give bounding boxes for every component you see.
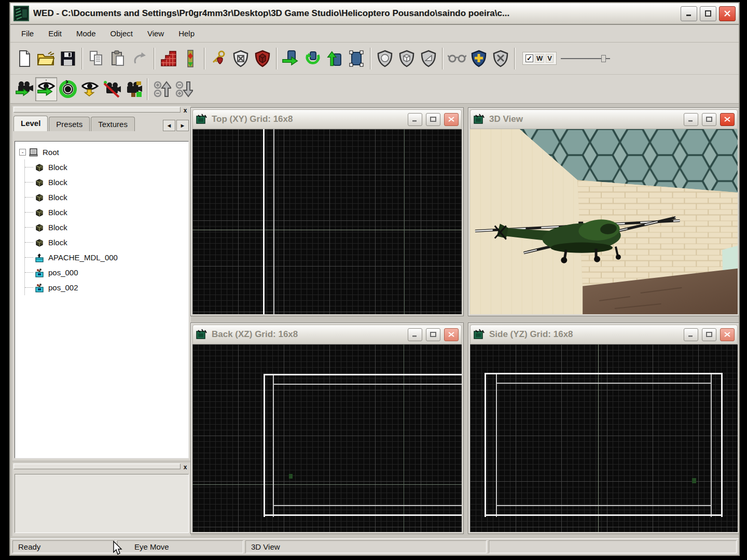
copy-button[interactable]	[86, 47, 107, 71]
tab-textures[interactable]: Textures	[91, 117, 135, 131]
camera-color-button[interactable]	[122, 77, 144, 101]
save-button[interactable]	[57, 47, 79, 71]
shield-sphere-button[interactable]	[374, 47, 396, 71]
viewport-maximize-button[interactable]	[702, 328, 716, 341]
tree-item-position[interactable]: pos_000	[25, 265, 188, 280]
tab-scroll-left-icon[interactable]: ◄	[163, 120, 175, 131]
tree-item-block[interactable]: Block	[25, 190, 188, 205]
shield-cube-button[interactable]	[396, 47, 418, 71]
tree-item-block[interactable]: Block	[25, 205, 188, 220]
eye-drop-button[interactable]	[79, 77, 101, 101]
viewport-titlebar[interactable]: Back (XZ) Grid: 16x8	[192, 325, 462, 344]
menu-file[interactable]: File	[15, 26, 40, 40]
viewport-close-button[interactable]	[720, 328, 735, 341]
close-button[interactable]	[719, 6, 736, 21]
tree-item-label: Block	[48, 193, 67, 202]
statusbar: Ready Eye Move 3D View	[10, 538, 739, 555]
geometry-wall-line	[273, 129, 274, 314]
render-3d-canvas[interactable]	[470, 129, 738, 314]
geometry-wall-line	[496, 383, 712, 384]
viewport-icon	[473, 328, 486, 341]
viewport-maximize-button[interactable]	[426, 328, 440, 341]
status-ready: Ready	[12, 540, 115, 553]
camera-move-button[interactable]	[13, 77, 35, 101]
viewport-titlebar[interactable]: Top (XY) Grid: 16x8	[192, 109, 462, 129]
menu-mode[interactable]: Mode	[70, 26, 103, 40]
menu-edit[interactable]: Edit	[42, 26, 68, 40]
tree-item-label: Block	[48, 208, 67, 217]
scale-object-button[interactable]	[324, 47, 345, 71]
shield-wedge-button[interactable]	[418, 47, 439, 71]
shield-delete-button[interactable]	[490, 47, 511, 71]
tree-item-block[interactable]: Block	[25, 175, 188, 190]
move-object-button[interactable]	[280, 47, 302, 71]
viewport-maximize-button[interactable]	[426, 113, 440, 126]
tree-item-root[interactable]: - Root	[19, 145, 188, 160]
geometry-wall-line	[264, 374, 462, 375]
side-yz-canvas[interactable]	[470, 344, 738, 532]
tab-level[interactable]: Level	[13, 116, 48, 131]
tree-item-position[interactable]: pos_002	[25, 280, 188, 295]
block-icon	[35, 223, 44, 232]
menu-help[interactable]: Help	[172, 26, 201, 40]
tree-expander-icon[interactable]: -	[19, 149, 26, 156]
tree-item-block[interactable]: Block	[25, 220, 188, 235]
viewport-minimize-button[interactable]	[684, 328, 698, 341]
tree-item-label: Block	[48, 223, 67, 232]
toolbar-separator	[147, 78, 148, 100]
menu-view[interactable]: View	[141, 26, 171, 40]
zoom-slider[interactable]	[561, 53, 610, 64]
new-file-button[interactable]	[13, 47, 35, 71]
maximize-button[interactable]	[700, 6, 716, 21]
undo-button[interactable]	[129, 47, 151, 71]
viewport-minimize-button[interactable]	[408, 113, 422, 126]
scope-down-button[interactable]	[173, 77, 195, 101]
panel-close-icon[interactable]: x	[182, 464, 189, 471]
tab-presets[interactable]: Presets	[49, 117, 90, 131]
add-object-button[interactable]	[208, 47, 230, 71]
build-level-button[interactable]	[158, 47, 179, 71]
open-folder-button[interactable]	[35, 47, 57, 71]
panel-close-icon[interactable]: x	[182, 107, 189, 114]
tree-item-block[interactable]: Block	[25, 235, 188, 250]
top-xy-canvas[interactable]	[192, 129, 462, 314]
back-xz-canvas[interactable]	[192, 344, 462, 532]
panel-grab-handle[interactable]	[13, 107, 181, 113]
status-view: 3D View	[245, 540, 487, 553]
viewport-close-button[interactable]	[444, 113, 459, 126]
viewport-close-button[interactable]	[720, 113, 735, 126]
panel-grab-handle[interactable]	[13, 464, 181, 469]
viewport-titlebar[interactable]: Side (YZ) Grid: 16x8	[470, 325, 738, 344]
tree-item-label: Block	[48, 178, 67, 187]
axis-line	[192, 230, 462, 230]
eye-rotate-button[interactable]	[57, 77, 79, 101]
zoom-slider-handle[interactable]	[601, 55, 606, 62]
shield-solid-button[interactable]	[252, 47, 273, 71]
rotate-object-button[interactable]	[302, 47, 324, 71]
shield-frame-button[interactable]	[230, 47, 252, 71]
toolbar-separator	[514, 48, 516, 69]
eye-move-button[interactable]	[35, 77, 57, 101]
vertex-edit-button[interactable]	[345, 47, 367, 71]
shield-add-button[interactable]	[468, 47, 490, 71]
w-checkbox[interactable]: ✓	[525, 54, 533, 62]
viewport-maximize-button[interactable]	[702, 113, 716, 126]
menu-object[interactable]: Object	[104, 26, 140, 40]
geometry-wall-line	[496, 373, 497, 517]
minimize-button[interactable]	[681, 6, 697, 21]
viewport-minimize-button[interactable]	[408, 328, 422, 341]
viewport-close-button[interactable]	[444, 328, 459, 341]
glasses-button[interactable]	[446, 47, 468, 71]
tree-item-block[interactable]: Block	[25, 160, 188, 175]
viewport-minimize-button[interactable]	[684, 113, 698, 126]
tab-scroll-right-icon[interactable]: ►	[176, 120, 189, 131]
run-level-button[interactable]	[179, 47, 201, 71]
geometry-wall-line	[273, 384, 462, 385]
tree-item-label: Block	[48, 163, 67, 172]
scope-up-button[interactable]	[151, 77, 173, 101]
camera-off-button[interactable]	[101, 77, 122, 101]
tree-item-model[interactable]: APACHE_MDL_000	[25, 250, 188, 265]
geometry-wall-line	[485, 373, 486, 517]
paste-button[interactable]	[107, 47, 129, 71]
viewport-titlebar[interactable]: 3D View	[470, 109, 738, 129]
